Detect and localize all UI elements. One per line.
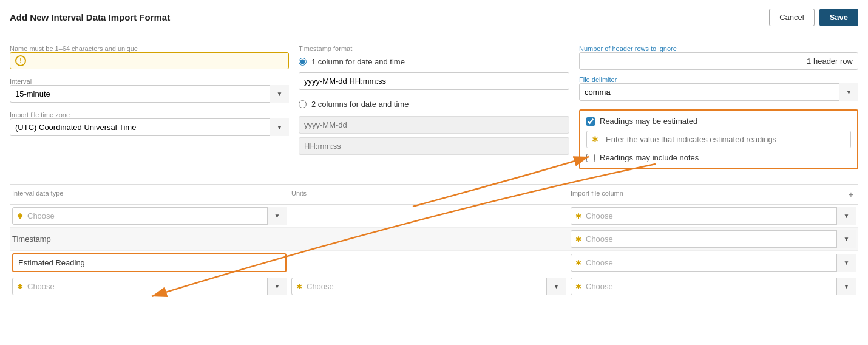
estimated-reading-cell: Estimated Reading <box>12 253 287 272</box>
interval-select[interactable]: 15-minute <box>10 85 289 103</box>
row2-col1-timestamp: Timestamp <box>10 228 289 250</box>
file-delimiter-select[interactable]: comma <box>579 83 858 101</box>
row4-col1-select[interactable]: Choose <box>12 278 287 295</box>
table-row: ✱ Choose ▼ ✱ Choose ▼ <box>10 205 858 228</box>
estimated-star-icon: ✱ <box>587 131 603 148</box>
row3-col3-select[interactable]: Choose <box>571 254 856 272</box>
readings-estimated-label: Readings may be estimated <box>600 117 697 126</box>
page-title: Add New Interval Data Import Format <box>10 12 170 22</box>
save-button[interactable]: Save <box>819 9 858 26</box>
header-rows-label: Number of header rows to ignore <box>579 45 858 52</box>
date-format-input <box>299 116 569 134</box>
estimated-readings-box: Readings may be estimated ✱ Readings may… <box>579 109 858 169</box>
estimated-value-input[interactable] <box>603 131 850 148</box>
interval-select-wrapper: 15-minute ▼ <box>10 85 289 103</box>
header-rows-input[interactable]: 1 header row <box>579 52 858 70</box>
readings-estimated-checkbox[interactable] <box>586 117 595 126</box>
row4-col2: ✱ Choose ▼ <box>289 275 568 298</box>
row3-col1: Estimated Reading <box>10 251 289 275</box>
row2-col3-select[interactable]: Choose <box>571 230 856 248</box>
row1-col3: ✱ Choose ▼ <box>568 205 858 227</box>
name-field-group: Name must be 1–64 characters and unique … <box>10 45 289 69</box>
cancel-button[interactable]: Cancel <box>769 9 814 26</box>
row4-col2-choose-wrapper: ✱ Choose ▼ <box>291 278 566 295</box>
row1-col3-select[interactable]: Choose <box>571 207 856 225</box>
row1-col1-choose-wrapper: ✱ Choose ▼ <box>12 207 287 225</box>
time-format-input <box>299 137 569 155</box>
interval-label: Interval <box>10 78 289 85</box>
table-header-row: Interval data type Units Import file col… <box>10 185 858 205</box>
readings-notes-row: Readings may include notes <box>586 153 851 162</box>
middle-column: Timestamp format 1 column for date and t… <box>299 45 569 169</box>
table-row: Timestamp ✱ Choose ▼ <box>10 228 858 251</box>
timestamp-radio1[interactable] <box>299 58 307 66</box>
name-input[interactable] <box>30 56 283 66</box>
row4-col1: ✱ Choose ▼ <box>10 275 289 298</box>
row1-col1: ✱ Choose ▼ <box>10 205 289 227</box>
readings-notes-checkbox[interactable] <box>586 154 595 162</box>
file-delimiter-label: File delimiter <box>579 76 858 83</box>
page-header: Add New Interval Data Import Format Canc… <box>0 0 868 35</box>
col3-header: Import file column <box>568 190 844 200</box>
timestamp-option1-row: 1 column for date and time <box>299 57 569 66</box>
main-content: Name must be 1–64 characters and unique … <box>0 35 868 308</box>
name-input-wrapper: ! <box>10 52 289 69</box>
col2-header: Units <box>289 190 568 200</box>
row4-col3-select[interactable]: Choose <box>571 278 856 295</box>
add-row-button[interactable]: + <box>844 190 858 200</box>
file-delimiter-select-wrapper: comma ▼ <box>579 83 858 101</box>
timestamp-radio2[interactable] <box>299 100 307 108</box>
date-inputs <box>299 116 569 155</box>
table-row: ✱ Choose ▼ ✱ Choose ▼ <box>10 275 858 298</box>
row2-col2 <box>289 228 568 250</box>
row1-col3-choose-wrapper: ✱ Choose ▼ <box>571 207 856 225</box>
row4-col1-choose-wrapper: ✱ Choose ▼ <box>12 278 287 295</box>
row1-col1-select[interactable]: Choose <box>12 207 287 225</box>
row4-col2-select[interactable]: Choose <box>291 278 566 295</box>
row4-col3-choose-wrapper: ✱ Choose ▼ <box>571 278 856 295</box>
row2-col3-choose-wrapper: ✱ Choose ▼ <box>571 230 856 248</box>
timestamp-format1-input[interactable]: yyyy-MM-dd HH:mm:ss <box>299 72 569 90</box>
left-column: Name must be 1–64 characters and unique … <box>10 45 289 169</box>
row3-col2 <box>289 251 568 275</box>
row3-col3: ✱ Choose ▼ <box>568 251 858 275</box>
timezone-select[interactable]: (UTC) Coordinated Universal Time <box>10 118 289 136</box>
row3-col3-choose-wrapper: ✱ Choose ▼ <box>571 254 856 272</box>
row2-col3: ✱ Choose ▼ <box>568 228 858 250</box>
timestamp-option2-row: 2 columns for date and time <box>299 100 569 109</box>
row1-col2 <box>289 205 568 227</box>
timezone-select-wrapper: (UTC) Coordinated Universal Time ▼ <box>10 118 289 136</box>
table-row: Estimated Reading ✱ Choose ▼ <box>10 251 858 275</box>
timezone-field-group: Import file time zone (UTC) Coordinated … <box>10 111 289 136</box>
table-section: Interval data type Units Import file col… <box>10 185 858 298</box>
timestamp-option1-label: 1 column for date and time <box>311 57 405 66</box>
header-rows-group: Number of header rows to ignore 1 header… <box>579 45 858 70</box>
name-label: Name must be 1–64 characters and unique <box>10 45 289 52</box>
estimated-value-wrapper: ✱ <box>586 131 851 148</box>
timezone-label: Import file time zone <box>10 111 289 118</box>
top-row: Name must be 1–64 characters and unique … <box>10 45 858 169</box>
timestamp-label: Timestamp format <box>299 45 569 52</box>
header-buttons: Cancel Save <box>769 9 858 26</box>
warning-icon: ! <box>15 55 26 66</box>
timestamp-option2-label: 2 columns for date and time <box>311 100 409 109</box>
right-column: Number of header rows to ignore 1 header… <box>579 45 858 169</box>
row4-col3: ✱ Choose ▼ <box>568 275 858 298</box>
readings-notes-label: Readings may include notes <box>600 153 699 162</box>
readings-estimated-row: Readings may be estimated <box>586 117 851 126</box>
interval-field-group: Interval 15-minute ▼ <box>10 78 289 103</box>
col1-header: Interval data type <box>10 190 289 200</box>
file-delimiter-group: File delimiter comma ▼ <box>579 76 858 101</box>
